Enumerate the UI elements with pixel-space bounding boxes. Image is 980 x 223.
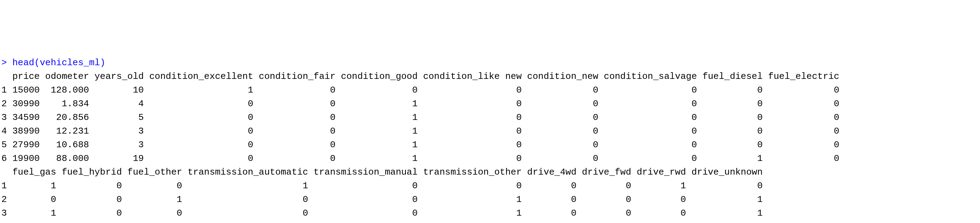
table1-row: 4 38990 12.231 3 0 0 1 0 0 0 0 0 [2,126,839,136]
table1-row: 3 34590 20.856 5 0 0 1 0 0 0 0 0 [2,112,839,123]
table2-row: 3 1 0 0 0 0 1 0 0 0 1 [2,208,763,218]
table1-row: 6 19900 88.000 19 0 0 1 0 0 0 1 0 [2,153,839,164]
table1-row: 2 30990 1.834 4 0 0 1 0 0 0 0 0 [2,98,839,109]
table1-row: 5 27990 10.688 3 0 0 1 0 0 0 0 0 [2,139,839,150]
table2-row: 4 1 0 0 0 0 1 0 0 0 1 [2,221,763,223]
table2-row: 1 1 0 0 1 0 0 0 0 1 0 [2,180,763,191]
table2-header: fuel_gas fuel_hybrid fuel_other transmis… [2,167,763,177]
console-prompt: > [2,57,12,68]
table1-row: 1 15000 128.000 10 1 0 0 0 0 0 0 0 [2,85,839,95]
table2-row: 2 0 0 1 0 0 1 0 0 0 1 [2,194,763,205]
table1-header: price odometer years_old condition_excel… [2,71,839,82]
console-command: head(vehicles_ml) [12,57,105,68]
r-console-output: > head(vehicles_ml) price odometer years… [2,56,978,223]
